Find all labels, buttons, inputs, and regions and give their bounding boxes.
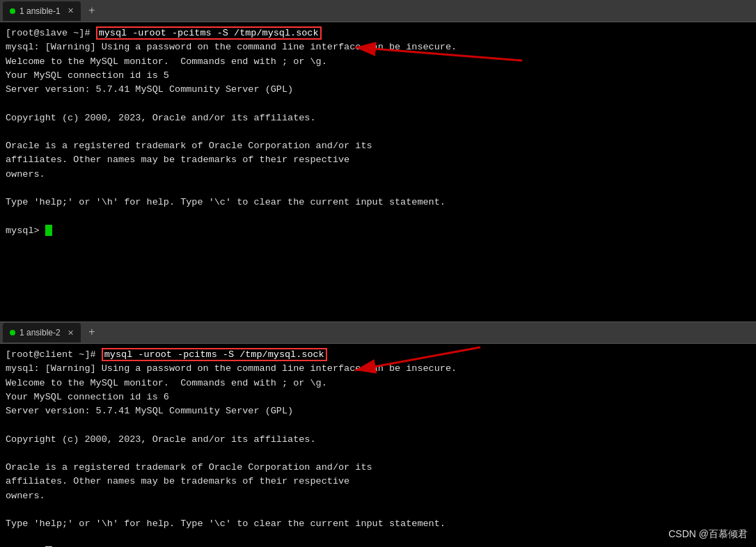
mysql-prompt-1: mysql> xyxy=(6,225,45,236)
terminal-2-line-9: affiliates. Other names may be trademark… xyxy=(6,475,750,489)
terminal-1-line-8: Oracle is a registered trademark of Orac… xyxy=(6,139,750,153)
prompt-1: [root@slave ~]# xyxy=(6,28,96,38)
tab-ansible-1[interactable]: 1 ansible-1 ✕ xyxy=(3,1,81,21)
terminal-1-line-13 xyxy=(6,209,750,223)
terminal-2-line-12: Type 'help;' or '\h' for help. Type '\c'… xyxy=(6,517,750,531)
tab-add-button-bottom[interactable]: + xyxy=(84,324,100,341)
terminal-1-line-6: Copyright (c) 2000, 2023, Oracle and/or … xyxy=(6,111,750,125)
terminal-2-line-10: owners. xyxy=(6,489,750,503)
terminal-2-line-5 xyxy=(6,418,750,432)
terminal-2-line-7 xyxy=(6,447,750,461)
tab-label-2: 1 ansible-2 xyxy=(19,328,61,338)
terminal-1-line-12: Type 'help;' or '\h' for help. Type '\c'… xyxy=(6,196,750,209)
tab-add-button-top[interactable]: + xyxy=(84,3,100,19)
tab-ansible-2[interactable]: 1 ansible-2 ✕ xyxy=(3,323,81,342)
terminal-2-line-2: Welcome to the MySQL monitor. Commands e… xyxy=(6,376,750,390)
tab-status-dot-1 xyxy=(10,8,15,14)
terminal-1-line-9: affiliates. Other names may be trademark… xyxy=(6,153,750,167)
terminal-1-line-3: Your MySQL connection id is 5 xyxy=(6,69,750,83)
terminal-2-line-13 xyxy=(6,531,750,545)
terminal-2-first-line: [root@client ~]# mysql -uroot -pcitms -S… xyxy=(6,348,750,362)
terminal-1-mysql-prompt-line: mysql> xyxy=(6,224,750,238)
tab-close-icon-2[interactable]: ✕ xyxy=(68,328,74,338)
terminal-1-line-7 xyxy=(6,125,750,139)
terminal-1-line-10: owners. xyxy=(6,168,750,182)
command-highlight-1: mysql -uroot -pcitms -S /tmp/mysql.sock xyxy=(96,26,322,40)
command-highlight-2: mysql -uroot -pcitms -S /tmp/mysql.sock xyxy=(102,348,327,361)
terminal-panel-2: [root@client ~]# mysql -uroot -pcitms -S… xyxy=(0,344,756,547)
cursor-1 xyxy=(45,225,52,236)
terminal-1-line-11 xyxy=(6,182,750,196)
watermark: CSDN @百慕倾君 xyxy=(668,527,748,541)
terminal-2-line-8: Oracle is a registered trademark of Orac… xyxy=(6,461,750,475)
tab-status-dot-2 xyxy=(10,330,15,335)
terminal-2-line-11 xyxy=(6,503,750,517)
terminal-2-line-6: Copyright (c) 2000, 2023, Oracle and/or … xyxy=(6,433,750,447)
app-window: 1 ansible-1 ✕ + [root@slave ~]# mysql -u… xyxy=(0,0,756,547)
terminal-1-line-1: mysql: [Warning] Using a password on the… xyxy=(6,40,750,54)
prompt-2: [root@client ~]# xyxy=(6,349,102,360)
terminal-1-line-5 xyxy=(6,97,750,111)
terminal-2-line-3: Your MySQL connection id is 6 xyxy=(6,390,750,404)
terminal-2-line-4: Server version: 5.7.41 MySQL Community S… xyxy=(6,404,750,418)
terminal-panel-1: [root@slave ~]# mysql -uroot -pcitms -S … xyxy=(0,22,756,322)
tab-close-icon-1[interactable]: ✕ xyxy=(68,6,74,15)
terminal-2-line-1: mysql: [Warning] Using a password on the… xyxy=(6,362,750,376)
terminal-1-line-4: Server version: 5.7.41 MySQL Community S… xyxy=(6,83,750,97)
tab-label-1: 1 ansible-1 xyxy=(19,6,61,16)
terminal-1-first-line: [root@slave ~]# mysql -uroot -pcitms -S … xyxy=(6,26,750,40)
tab-bar-top: 1 ansible-1 ✕ + xyxy=(0,0,756,22)
tab-bar-bottom: 1 ansible-2 ✕ + xyxy=(0,322,756,344)
terminal-1-line-2: Welcome to the MySQL monitor. Commands e… xyxy=(6,55,750,69)
